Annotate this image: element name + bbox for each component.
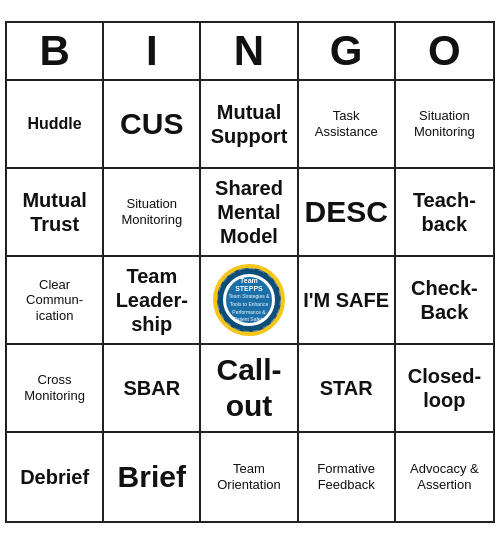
bingo-cell-9[interactable]: Teach-back <box>396 169 493 257</box>
cell-text-22: Team Orientation <box>205 461 292 492</box>
bingo-cell-0[interactable]: Huddle <box>7 81 104 169</box>
bingo-cell-1[interactable]: CUS <box>104 81 201 169</box>
cell-text-19: Closed-loop <box>400 364 489 412</box>
header-o: O <box>396 23 493 79</box>
cell-text-14: Check-Back <box>400 276 489 324</box>
cell-text-0: Huddle <box>27 114 81 133</box>
cell-text-24: Advocacy & Assertion <box>400 461 489 492</box>
bingo-cell-2[interactable]: Mutual Support <box>201 81 298 169</box>
cell-text-23: Formative Feedback <box>303 461 390 492</box>
cell-text-17: Call-out <box>205 352 292 424</box>
cell-text-18: STAR <box>320 376 373 400</box>
bingo-cell-21[interactable]: Brief <box>104 433 201 521</box>
header-g: G <box>299 23 396 79</box>
bingo-cell-22[interactable]: Team Orientation <box>201 433 298 521</box>
bingo-cell-16[interactable]: SBAR <box>104 345 201 433</box>
cell-text-6: Situation Monitoring <box>108 196 195 227</box>
bingo-cell-20[interactable]: Debrief <box>7 433 104 521</box>
cell-text-8: DESC <box>305 194 388 230</box>
header-i: I <box>104 23 201 79</box>
cell-text-16: SBAR <box>123 376 180 400</box>
cell-text-10: Clear Commun-ication <box>11 277 98 324</box>
bingo-cell-17[interactable]: Call-out <box>201 345 298 433</box>
header-b: B <box>7 23 104 79</box>
cell-text-21: Brief <box>118 459 186 495</box>
bingo-cell-8[interactable]: DESC <box>299 169 396 257</box>
bingo-cell-3[interactable]: Task Assistance <box>299 81 396 169</box>
cell-text-11: Team Leader-ship <box>108 264 195 336</box>
bingo-grid: HuddleCUSMutual SupportTask AssistanceSi… <box>7 81 493 521</box>
bingo-cell-13[interactable]: I'M SAFE <box>299 257 396 345</box>
cell-text-1: CUS <box>120 106 183 142</box>
bingo-cell-23[interactable]: Formative Feedback <box>299 433 396 521</box>
header-n: N <box>201 23 298 79</box>
bingo-card: B I N G O HuddleCUSMutual SupportTask As… <box>5 21 495 523</box>
teamstepps-logo: TeamSTEPPSTeam Strategies &Tools to Enha… <box>213 264 285 336</box>
cell-text-15: Cross Monitoring <box>11 372 98 403</box>
cell-text-7: Shared Mental Model <box>205 176 292 248</box>
bingo-cell-18[interactable]: STAR <box>299 345 396 433</box>
bingo-cell-15[interactable]: Cross Monitoring <box>7 345 104 433</box>
cell-text-20: Debrief <box>20 465 89 489</box>
bingo-cell-6[interactable]: Situation Monitoring <box>104 169 201 257</box>
cell-text-4: Situation Monitoring <box>400 108 489 139</box>
cell-text-9: Teach-back <box>400 188 489 236</box>
bingo-cell-19[interactable]: Closed-loop <box>396 345 493 433</box>
cell-text-2: Mutual Support <box>205 100 292 148</box>
bingo-cell-7[interactable]: Shared Mental Model <box>201 169 298 257</box>
bingo-header: B I N G O <box>7 23 493 81</box>
bingo-cell-11[interactable]: Team Leader-ship <box>104 257 201 345</box>
bingo-cell-5[interactable]: Mutual Trust <box>7 169 104 257</box>
cell-text-3: Task Assistance <box>303 108 390 139</box>
bingo-cell-14[interactable]: Check-Back <box>396 257 493 345</box>
bingo-cell-4[interactable]: Situation Monitoring <box>396 81 493 169</box>
bingo-cell-10[interactable]: Clear Commun-ication <box>7 257 104 345</box>
cell-text-13: I'M SAFE <box>303 288 389 312</box>
cell-text-5: Mutual Trust <box>11 188 98 236</box>
bingo-cell-24[interactable]: Advocacy & Assertion <box>396 433 493 521</box>
bingo-cell-12[interactable]: TeamSTEPPSTeam Strategies &Tools to Enha… <box>201 257 298 345</box>
